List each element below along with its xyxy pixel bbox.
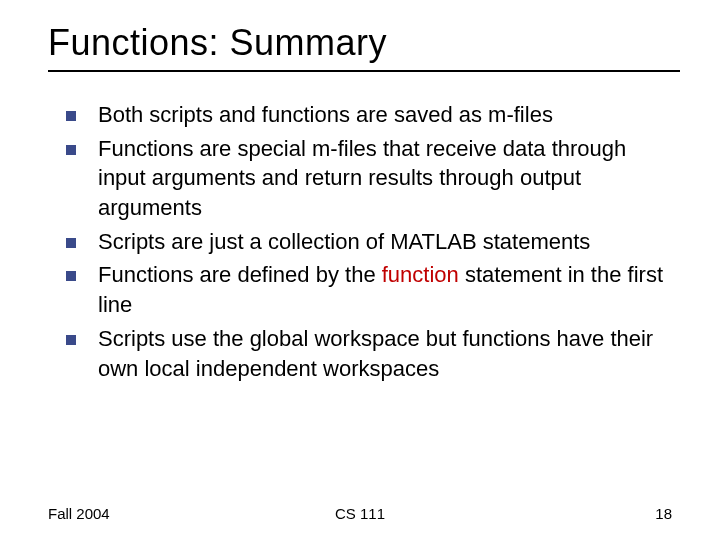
list-item: Functions are defined by the function st… (66, 260, 680, 319)
bullet-list: Both scripts and functions are saved as … (48, 100, 680, 383)
list-item: Functions are special m-files that recei… (66, 134, 680, 223)
bullet-text: Scripts are just a collection of MATLAB … (98, 229, 590, 254)
footer: Fall 2004 CS 111 18 (0, 505, 720, 522)
list-item: Scripts are just a collection of MATLAB … (66, 227, 680, 257)
bullet-text-highlight: function (382, 262, 459, 287)
footer-right: 18 (655, 505, 672, 522)
list-item: Scripts use the global workspace but fun… (66, 324, 680, 383)
footer-center: CS 111 (335, 505, 385, 522)
bullet-text: Functions are special m-files that recei… (98, 136, 626, 220)
title-rule (48, 70, 680, 72)
slide-title: Functions: Summary (48, 22, 680, 64)
list-item: Both scripts and functions are saved as … (66, 100, 680, 130)
bullet-text: Both scripts and functions are saved as … (98, 102, 553, 127)
bullet-text: Scripts use the global workspace but fun… (98, 326, 653, 381)
bullet-text-pre: Functions are defined by the (98, 262, 382, 287)
footer-left: Fall 2004 (48, 505, 110, 522)
